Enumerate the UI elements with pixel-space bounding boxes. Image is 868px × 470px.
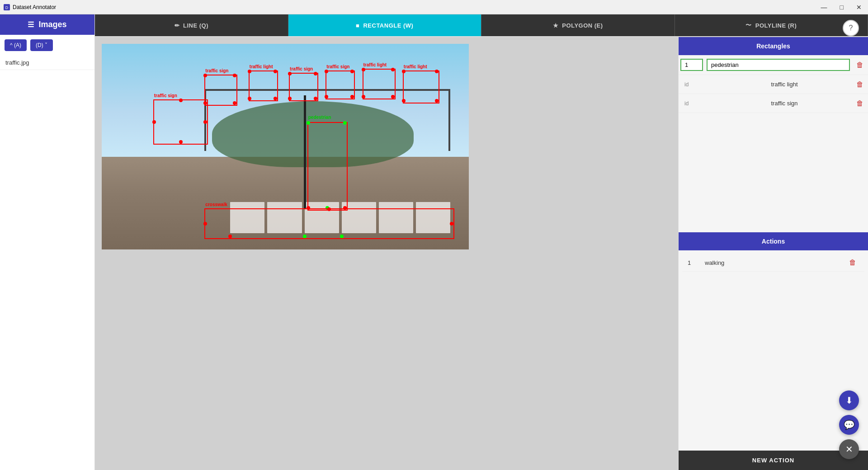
main-pole [304,95,306,208]
delete-traffic-light-btn[interactable]: 🗑 [854,80,866,89]
titlebar-left: D Dataset Annotator [4,4,56,10]
tool-rectangle[interactable]: ■ RECTANGLE (W) [288,14,482,36]
action-label-walking: walking [705,259,843,266]
minimize-btn[interactable]: — [818,3,830,12]
annotation-canvas[interactable]: traffic sign traffic light [102,44,469,249]
app-icon: D [4,4,10,10]
svg-text:D: D [5,5,8,9]
polygon-icon: ★ [553,22,559,29]
tool-line[interactable]: ✏ LINE (Q) [95,14,288,36]
sidebar-title: Images [38,20,66,29]
fab-chat-btn[interactable]: 💬 [839,415,859,435]
file-item-traffic[interactable]: traffic.jpg [0,56,94,70]
titlebar: D Dataset Annotator — □ ✕ [0,0,868,14]
action-row-walking: 1 walking 🗑 [682,254,864,272]
help-btn[interactable]: ? [843,20,859,36]
close-btn[interactable]: ✕ [854,3,864,12]
line-icon: ✏ [175,22,180,29]
rect-row-pedestrian: 🗑 [679,55,868,75]
main-content: ✏ LINE (Q) ■ RECTANGLE (W) ★ POLYGON (E)… [95,14,868,470]
hamburger-icon[interactable]: ☰ [28,20,34,29]
content-area: traffic sign traffic light [95,37,868,470]
delete-action-btn[interactable]: 🗑 [846,258,859,268]
stripe-1 [230,202,264,233]
tool-polyline-label: POLYLINE (R) [755,22,797,29]
delete-traffic-sign-btn[interactable]: 🗑 [854,99,866,108]
scene-image: traffic sign traffic light [102,44,469,249]
trees [212,101,414,167]
btn-a[interactable]: ^ (A) [5,39,27,51]
maximize-btn[interactable]: □ [837,3,846,12]
stripe-2 [267,202,302,233]
actions-content: 1 walking 🗑 [679,250,868,275]
rect-row-traffic-light: id traffic light 🗑 [679,75,868,94]
rect-id-traffic-sign: id [680,98,764,109]
rect-label-traffic-sign: traffic sign [767,98,850,109]
rectangles-list: 🗑 id traffic light 🗑 id traffic sign 🗑 [679,55,868,230]
polyline-icon: 〜 [745,21,752,29]
rect-label-traffic-light: traffic light [767,79,850,90]
tool-polygon-label: POLYGON (E) [562,22,603,29]
stripe-6 [416,202,450,233]
rect-id-1[interactable] [680,59,703,71]
toolbar: ✏ LINE (Q) ■ RECTANGLE (W) ★ POLYGON (E)… [95,14,868,37]
right-pole [448,89,450,151]
stripe-3 [305,202,339,233]
fab-container: ⬇ 💬 ✕ [839,390,859,459]
sidebar-header: ☰ Images [0,14,94,35]
delete-pedestrian-btn[interactable]: 🗑 [854,60,866,70]
fab-download-btn[interactable]: ⬇ [839,390,859,410]
sidebar-controls: ^ (A) (D) ˅ [0,35,94,56]
action-id-1: 1 [688,259,701,266]
tool-rectangle-label: RECTANGLE (W) [363,22,413,29]
actions-header[interactable]: Actions [679,232,868,250]
file-list: traffic.jpg [0,56,94,470]
rectangle-icon: ■ [356,22,359,29]
btn-d[interactable]: (D) ˅ [30,39,53,51]
titlebar-controls: — □ ✕ [818,3,864,12]
tool-polyline[interactable]: 〜 POLYLINE (R) [675,14,868,36]
left-pole [204,89,206,151]
stripe-4 [342,202,376,233]
rectangles-header[interactable]: Rectangles [679,37,868,55]
tool-polygon[interactable]: ★ POLYGON (E) [481,14,675,36]
rect-id-traffic-light: id [680,79,764,90]
crosswalk-stripes [230,202,450,233]
app-title: Dataset Annotator [13,4,56,10]
rect-label-pedestrian[interactable] [707,59,850,71]
stripe-5 [379,202,413,233]
app-layout: ☰ Images ^ (A) (D) ˅ traffic.jpg ✏ LINE … [0,14,868,470]
sidebar: ☰ Images ^ (A) (D) ˅ traffic.jpg [0,14,95,470]
fab-close-btn[interactable]: ✕ [839,439,859,459]
canvas-area: traffic sign traffic light [95,37,678,470]
rect-row-traffic-sign: id traffic sign 🗑 [679,94,868,113]
tool-line-label: LINE (Q) [183,22,208,29]
overhead-bar [204,89,450,91]
